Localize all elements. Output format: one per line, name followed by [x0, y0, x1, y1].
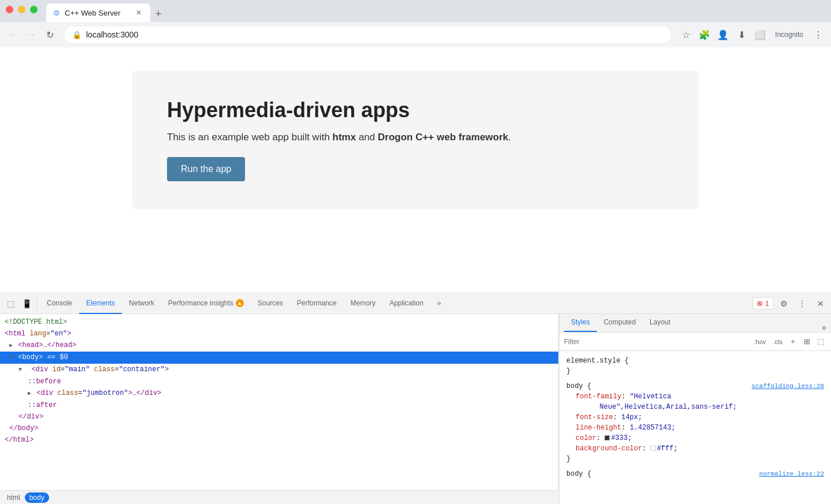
- browser-window: ⚙ C++ Web Server ✕ + ← → ↻ 🔒 localhost:3…: [0, 0, 831, 504]
- new-style-rule-btn[interactable]: ⊞: [801, 336, 813, 348]
- error-count: 1: [765, 300, 769, 308]
- styles-panel-tabs: Styles Computed Layout »: [559, 314, 831, 333]
- devtools-more-btn[interactable]: ⋮: [794, 296, 810, 312]
- run-app-button[interactable]: Run the app: [167, 157, 245, 181]
- toolbar-right: ☆ 🧩 👤 ⬇ ⬜ Incognito ⋮: [678, 27, 826, 43]
- html-line: </div>: [0, 411, 558, 423]
- style-rule-element: element.style { }: [559, 353, 831, 379]
- tab-styles[interactable]: Styles: [564, 314, 597, 332]
- tab-layout[interactable]: Layout: [643, 314, 677, 332]
- element-state-btn[interactable]: ⬚: [815, 336, 826, 348]
- tab-elements[interactable]: Elements: [79, 293, 122, 314]
- and-text: and: [356, 132, 378, 143]
- tab-performance-label: Performance: [297, 299, 337, 307]
- htmx-text: htmx: [332, 132, 356, 143]
- extensions-btn[interactable]: 🧩: [696, 27, 713, 43]
- styles-tab-label: Styles: [571, 318, 590, 326]
- devtools-btn[interactable]: ⬜: [752, 27, 768, 43]
- computed-tab-label: Computed: [604, 318, 636, 326]
- tab-network[interactable]: Network: [122, 293, 161, 314]
- reload-btn[interactable]: ↻: [42, 27, 58, 43]
- color-swatch-333: [604, 435, 610, 440]
- elements-panel[interactable]: <!DOCTYPE html> <html lang="en"> ▶ <head…: [0, 314, 559, 490]
- breadcrumb-html[interactable]: html: [5, 492, 23, 503]
- jumbotron: Hypermedia-driven apps This is an exampl…: [132, 70, 699, 209]
- page-description: This is an example web app built with ht…: [167, 132, 664, 143]
- profile-btn[interactable]: 👤: [715, 27, 731, 43]
- download-btn[interactable]: ⬇: [733, 27, 750, 43]
- add-style-btn[interactable]: +: [787, 336, 799, 348]
- desc-plain: This is an example web app built with: [167, 132, 332, 143]
- inspect-element-btn[interactable]: ⬚: [2, 296, 18, 312]
- style-selector-body2: body { normalize.less:22: [566, 469, 824, 479]
- style-origin-scaffolding[interactable]: scaffolding.less:28: [752, 381, 824, 391]
- close-devtools-btn[interactable]: ✕: [813, 296, 829, 312]
- html-line: ▼ <div id="main" class="container">: [0, 364, 558, 376]
- error-badge[interactable]: ⊗ 1: [752, 297, 773, 309]
- tab-close-btn[interactable]: ✕: [134, 8, 143, 17]
- tab-console[interactable]: Console: [40, 293, 79, 314]
- bookmark-btn[interactable]: ☆: [678, 27, 694, 43]
- settings-btn[interactable]: ⚙: [776, 296, 792, 312]
- error-icon: ⊗: [756, 299, 763, 308]
- hov-btn[interactable]: :hov: [752, 337, 769, 346]
- drogon-text: Drogon C++ web framework: [378, 132, 509, 143]
- style-selector-element: element.style {: [566, 356, 824, 366]
- tab-sources-label: Sources: [258, 299, 283, 307]
- html-line: <html lang="en">: [0, 328, 558, 339]
- address-bar[interactable]: 🔒 localhost:3000: [65, 27, 671, 43]
- maximize-window-btn[interactable]: [30, 6, 38, 13]
- perf-insights-badge: Performance insights ▲: [168, 299, 244, 307]
- back-btn[interactable]: ←: [5, 27, 21, 43]
- style-prop-color: color: #333;: [566, 433, 824, 443]
- style-rule-body-2: body { normalize.less:22: [559, 466, 831, 481]
- forward-btn[interactable]: →: [23, 27, 39, 43]
- devtools-panel: ⬚ 📱 Console Elements Network Performance…: [0, 293, 831, 504]
- breadcrumb-body[interactable]: body: [25, 492, 49, 503]
- browser-toolbar: ← → ↻ 🔒 localhost:3000 ☆ 🧩 👤 ⬇ ⬜ Incogni…: [0, 22, 831, 47]
- webpage-content: Hypermedia-driven apps This is an exampl…: [0, 47, 831, 293]
- html-line: ::before: [0, 376, 558, 387]
- html-line-body[interactable]: ▼ <body> == $0: [0, 352, 558, 364]
- style-prop-font-size: font-size: 14px;: [566, 412, 824, 423]
- tab-performance[interactable]: Performance: [290, 293, 344, 314]
- styles-filter-input[interactable]: [564, 338, 750, 346]
- tab-sources[interactable]: Sources: [251, 293, 290, 314]
- layout-tab-label: Layout: [650, 318, 670, 326]
- period-text: .: [509, 132, 511, 143]
- tab-elements-label: Elements: [86, 299, 115, 307]
- style-selector-body1: body { scaffolding.less:28: [566, 381, 824, 391]
- style-prop-bg-color: background-color: #fff;: [566, 443, 824, 454]
- page-area: Hypermedia-driven apps This is an exampl…: [0, 47, 831, 504]
- tab-performance-insights[interactable]: Performance insights ▲: [161, 293, 251, 314]
- tab-application-label: Application: [389, 299, 424, 307]
- page-heading: Hypermedia-driven apps: [167, 98, 664, 122]
- styles-panel: Styles Computed Layout » :hov: [559, 314, 831, 504]
- styles-more-btn[interactable]: »: [822, 323, 826, 332]
- devtools-tab-bar: ⬚ 📱 Console Elements Network Performance…: [0, 293, 831, 314]
- tab-memory-label: Memory: [351, 299, 376, 307]
- styles-content: element.style { } body { scaffolding.les…: [559, 351, 831, 504]
- minimize-window-btn[interactable]: [18, 6, 25, 13]
- cls-btn[interactable]: .cls: [771, 337, 785, 346]
- html-line: <!DOCTYPE html>: [0, 316, 558, 328]
- tab-computed[interactable]: Computed: [597, 314, 643, 332]
- styles-filter-bar: :hov .cls + ⊞ ⬚: [559, 333, 831, 351]
- device-toolbar-btn[interactable]: 📱: [18, 296, 35, 312]
- tab-title: C++ Web Server: [65, 9, 121, 17]
- url-display: localhost:3000: [86, 30, 663, 39]
- webpage-inner: Hypermedia-driven apps This is an exampl…: [98, 47, 733, 232]
- warning-icon: ▲: [236, 299, 244, 307]
- menu-btn[interactable]: ⋮: [810, 27, 826, 43]
- tab-perf-insights-label: Performance insights: [168, 299, 233, 307]
- tab-application[interactable]: Application: [383, 293, 431, 314]
- new-tab-btn[interactable]: +: [150, 6, 166, 22]
- tab-separator: [37, 298, 38, 309]
- tab-network-label: Network: [129, 299, 154, 307]
- more-tabs-btn[interactable]: »: [431, 293, 448, 314]
- close-window-btn[interactable]: [6, 6, 13, 13]
- html-line: </html>: [0, 434, 558, 446]
- browser-tab[interactable]: ⚙ C++ Web Server ✕: [46, 3, 150, 22]
- style-origin-normalize[interactable]: normalize.less:22: [759, 469, 824, 479]
- tab-memory[interactable]: Memory: [344, 293, 383, 314]
